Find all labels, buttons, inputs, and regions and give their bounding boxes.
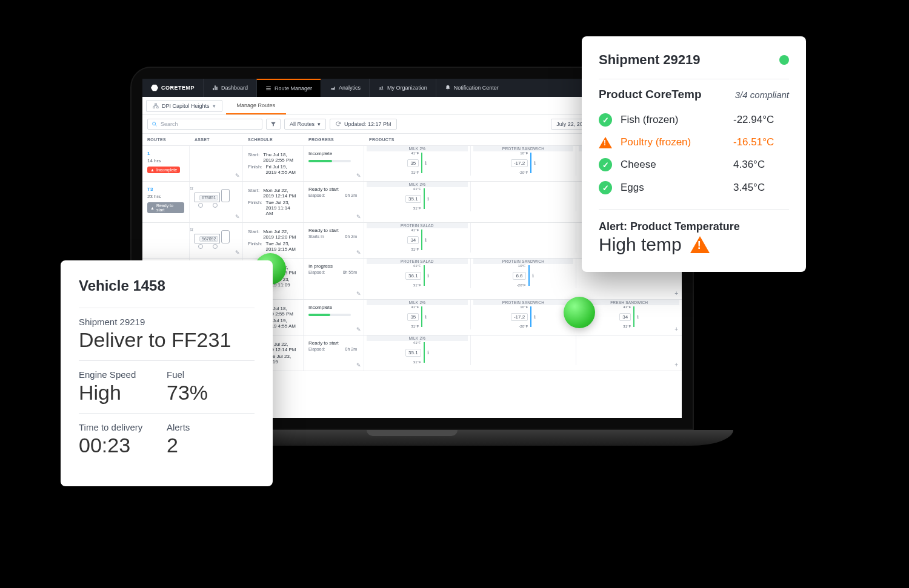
info-icon[interactable]: ℹ (532, 273, 534, 279)
col-asset: ASSET (190, 134, 243, 145)
temp-value: 35.1 (405, 195, 421, 203)
nav-dashboard[interactable]: Dashboard (203, 79, 256, 97)
alert-block: Alert: Product Temperature High temp (599, 209, 789, 255)
temp-low: 31°F (411, 171, 419, 174)
org-icon (378, 85, 384, 91)
temp-value: -17.2 (511, 159, 528, 167)
temp-high: 41°F (411, 228, 419, 232)
product-name: PROTEIN SALAD (367, 259, 468, 264)
temp-high: 41°F (623, 305, 631, 309)
edit-icon[interactable]: ✎ (235, 249, 240, 256)
accent-orb (564, 297, 595, 328)
progress-title: Incomplete (308, 151, 359, 156)
edit-icon[interactable]: ✎ (356, 362, 361, 368)
laptop-notch (367, 430, 458, 436)
col-routes: ROUTES (142, 134, 190, 145)
progress-meta-label: Elapsed: (308, 347, 325, 351)
location-picker[interactable]: DPI Capitol Heights ▾ (146, 100, 222, 112)
temp-value: 35.1 (405, 349, 421, 357)
nav-analytics[interactable]: Analytics (321, 79, 369, 97)
product-gauge: MILK 2%35.141°F31°Fℹ (364, 182, 470, 211)
progress-meta-value: 0h 2m (345, 234, 357, 239)
engine-fuel-section: Engine Speed High Fuel 73% (79, 360, 255, 413)
product-title: Product CoreTemp (599, 88, 702, 101)
warning-icon: ▲ (150, 206, 155, 210)
funnel-icon (270, 121, 276, 127)
info-icon[interactable]: ℹ (427, 273, 429, 279)
chevron-down-icon: ▾ (213, 103, 216, 109)
refresh-button[interactable]: Updated: 12:17 PM (330, 119, 397, 130)
updated-label: Updated: 12:17 PM (344, 121, 391, 127)
product-gauge: PROTEIN SANDWICH-17.210°F-20°Fℹ (470, 146, 576, 176)
add-product-icon[interactable]: + (674, 362, 678, 368)
product-gauge: MILK 2%3541°F31°Fℹ (364, 146, 470, 176)
deliver-to: Deliver to FF231 (79, 328, 255, 352)
filter-label: All Routes (290, 121, 315, 127)
route-id[interactable]: 1 (147, 151, 184, 156)
finish-label: Finish: (248, 164, 262, 175)
temp-low: 31°F (411, 248, 419, 251)
info-icon[interactable]: ℹ (534, 314, 536, 320)
progress-cell: Ready to startStarts in0h 2m✎ (304, 223, 364, 258)
start-label: Start: (248, 229, 259, 240)
progress-meta-value: 0h 2m (345, 347, 357, 351)
add-product-icon[interactable]: + (674, 290, 678, 297)
warning-icon (599, 137, 612, 148)
product-gauge: PROTEIN SALAD3441°F31°Fℹ (364, 223, 470, 253)
shipment-section: Shipment 29219 Deliver to FF231 (79, 308, 255, 360)
route-id[interactable]: T3 (147, 187, 184, 192)
schedule-cell: Start:Mon Jul 22, 2019 12:20 PMFinish:Tu… (243, 223, 304, 258)
vehicle-card: Vehicle 1458 Shipment 29219 Deliver to F… (61, 260, 273, 486)
edit-icon[interactable]: ✎ (356, 173, 361, 179)
progress-cell: Incomplete✎ (304, 300, 364, 335)
product-name: PROTEIN SANDWICH (473, 300, 574, 305)
sitemap-icon (153, 103, 159, 109)
edit-icon[interactable]: ✎ (356, 249, 361, 256)
product-row: ✓Cheese4.36°C (599, 153, 789, 176)
product-name: Cheese (621, 159, 725, 171)
edit-icon[interactable]: ✎ (235, 173, 240, 179)
add-product-icon[interactable]: + (674, 326, 678, 332)
product-name: MILK 2% (367, 300, 468, 305)
info-icon[interactable]: ℹ (425, 314, 427, 320)
check-icon: ✓ (599, 181, 612, 194)
edit-icon[interactable]: ✎ (356, 214, 361, 220)
product-temp: -16.51°C (733, 136, 789, 148)
info-icon[interactable]: ℹ (427, 196, 429, 202)
nav-notifications[interactable]: Notification Center (436, 79, 507, 97)
info-icon[interactable]: ℹ (637, 314, 639, 320)
start-time: Thu Jul 18, 2019 2:55 PM (263, 152, 298, 163)
progress-title: Ready to start (308, 228, 359, 233)
asset-id: 678851 (199, 195, 218, 200)
product-name: FRESH SANDWICH (579, 300, 679, 305)
col-progress: PROGRESS (304, 134, 364, 145)
status-pill: ▲ Incomplete (147, 167, 180, 173)
product-name: MILK 2% (367, 182, 468, 187)
progress-cell: In progressElapsed:0h 55m✎ (304, 259, 364, 299)
temp-high: 10°F (520, 305, 528, 309)
nav-route-manager[interactable]: Route Manager (256, 79, 321, 97)
info-icon[interactable]: ℹ (427, 350, 429, 355)
nav-label: My Organization (387, 85, 427, 91)
warning-icon: ▲ (150, 168, 155, 172)
compliance-row: Product CoreTemp 3/4 compliant (599, 79, 789, 105)
temp-value: 35 (407, 159, 419, 167)
info-icon[interactable]: ℹ (534, 160, 536, 166)
edit-icon[interactable]: ✎ (356, 291, 361, 297)
nav-my-org[interactable]: My Organization (369, 79, 436, 97)
filter-toggle[interactable] (266, 119, 281, 130)
info-icon[interactable]: ℹ (425, 237, 427, 243)
product-name: PROTEIN SALAD (367, 223, 468, 228)
product-name: MILK 2% (367, 146, 468, 151)
subnav-title[interactable]: Manage Routes (226, 97, 287, 114)
edit-icon[interactable]: ✎ (235, 214, 240, 220)
search-input[interactable]: Search (147, 119, 262, 130)
svg-rect-0 (155, 103, 157, 104)
progress-meta-value: 0h 55m (343, 270, 357, 274)
brand-text: CORETEMP (161, 85, 195, 91)
filter-routes[interactable]: All Routes ▾ (284, 119, 326, 130)
progress-cell: Ready to startElapsed:0h 2m✎ (304, 335, 364, 371)
edit-icon[interactable]: ✎ (356, 326, 361, 332)
location-label: DPI Capitol Heights (162, 103, 210, 109)
info-icon[interactable]: ℹ (425, 160, 427, 166)
